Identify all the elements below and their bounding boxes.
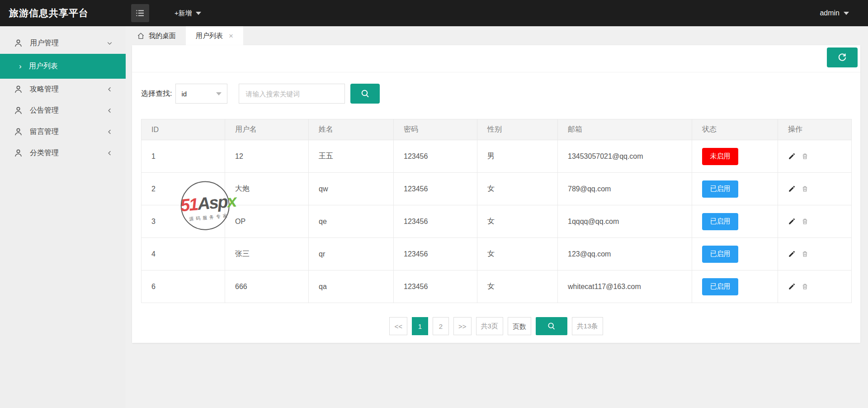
delete-button[interactable]: [801, 185, 809, 193]
edit-icon: [788, 250, 796, 258]
delete-button[interactable]: [801, 218, 809, 225]
menu-toggle-button[interactable]: [131, 4, 149, 22]
edit-button[interactable]: [788, 185, 796, 193]
edit-button[interactable]: [788, 250, 796, 258]
cell-operations: [778, 173, 852, 205]
total-pages-label: 共3页: [476, 317, 503, 335]
edit-button[interactable]: [788, 283, 796, 290]
sidebar-subitem-user-list[interactable]: ›用户列表: [0, 54, 126, 79]
status-badge[interactable]: 已启用: [702, 180, 738, 198]
status-badge[interactable]: 已启用: [702, 278, 738, 295]
page-number-input[interactable]: [508, 317, 531, 335]
pagination-page-2[interactable]: 2: [433, 317, 449, 335]
user-menu[interactable]: admin: [820, 0, 849, 26]
edit-icon: [788, 218, 796, 225]
delete-button[interactable]: [801, 283, 809, 290]
add-new-button[interactable]: +新增: [175, 0, 201, 26]
selected-field-value: id: [181, 90, 187, 98]
table-row: 6666qa123456女whitecat117@163.com已启用: [142, 270, 852, 303]
chevron-left-icon: [106, 107, 113, 114]
sidebar-item-label: 留言管理: [30, 127, 59, 137]
cell-name: qw: [309, 173, 394, 205]
arrow-right-icon: ›: [19, 62, 22, 71]
pagination: <<12>>共3页共13条: [132, 317, 860, 335]
column-header: 用户名: [225, 119, 309, 140]
cell-email: 13453057021@qq.com: [558, 140, 692, 173]
pagination-go-button[interactable]: [536, 317, 567, 335]
cell-password: 123456: [394, 173, 477, 205]
cell-operations: [778, 270, 852, 303]
sidebar-item-label: 公告管理: [30, 106, 59, 115]
cell-username: OP: [225, 205, 309, 238]
sidebar-subitem-label: 用户列表: [29, 62, 58, 71]
close-icon[interactable]: ×: [229, 32, 233, 40]
cell-operations: [778, 205, 852, 238]
table-header: ID用户名姓名密码性别邮箱状态操作: [142, 119, 852, 140]
user-icon: [14, 106, 23, 115]
pagination-page-1[interactable]: 1: [412, 317, 428, 335]
sidebar-item-4[interactable]: 分类管理: [0, 142, 126, 164]
search-field-select[interactable]: id: [175, 84, 227, 104]
column-header: 邮箱: [558, 119, 692, 140]
cell-id: 1: [142, 140, 225, 173]
search-button[interactable]: [350, 84, 380, 104]
user-icon: [14, 85, 23, 94]
refresh-icon: [837, 52, 848, 63]
column-header: 姓名: [309, 119, 394, 140]
tab-user-list[interactable]: 用户列表×: [186, 26, 243, 45]
column-header: 操作: [778, 119, 852, 140]
refresh-button[interactable]: [827, 47, 858, 67]
sidebar-item-2[interactable]: 公告管理: [0, 100, 126, 121]
cell-username: 12: [225, 140, 309, 173]
column-header: ID: [142, 119, 225, 140]
content-panel: 选择查找: id ID用户名姓名密码性别邮箱状态操作 112王五123456男1…: [132, 45, 860, 343]
sidebar-item-3[interactable]: 留言管理: [0, 121, 126, 142]
app-title: 旅游信息共享平台: [9, 0, 89, 26]
delete-button[interactable]: [801, 250, 809, 258]
user-icon: [14, 38, 23, 48]
edit-icon: [788, 152, 796, 160]
cell-operations: [778, 238, 852, 270]
cell-password: 123456: [394, 140, 477, 173]
cell-gender: 女: [477, 205, 558, 238]
chevron-left-icon: [106, 86, 113, 93]
pagination-next-button[interactable]: >>: [453, 317, 472, 335]
chevron-down-icon: [196, 12, 201, 15]
search-icon: [360, 88, 371, 99]
cell-id: 2: [142, 173, 225, 205]
delete-icon: [801, 250, 809, 258]
cell-gender: 女: [477, 238, 558, 270]
table-row: 2大炮qw123456女789@qq.com已启用: [142, 173, 852, 205]
delete-button[interactable]: [801, 152, 809, 160]
search-input[interactable]: [239, 84, 345, 104]
tab-label: 我的桌面: [149, 32, 176, 40]
status-badge[interactable]: 未启用: [702, 148, 738, 165]
sidebar-item-0[interactable]: 用户管理: [0, 33, 126, 54]
status-badge[interactable]: 已启用: [702, 213, 738, 230]
table-row: 3OPqe123456女1qqqq@qq.com已启用: [142, 205, 852, 238]
status-badge[interactable]: 已启用: [702, 246, 738, 263]
sidebar-item-1[interactable]: 攻略管理: [0, 79, 126, 100]
cell-id: 6: [142, 270, 225, 303]
list-icon: [136, 9, 145, 17]
cell-username: 大炮: [225, 173, 309, 205]
cell-name: 王五: [309, 140, 394, 173]
cell-status: 已启用: [692, 270, 778, 303]
edit-button[interactable]: [788, 218, 796, 225]
delete-icon: [801, 152, 809, 160]
main-area: 我的桌面用户列表× 选择查找: id: [126, 26, 868, 408]
cell-gender: 女: [477, 173, 558, 205]
column-header: 状态: [692, 119, 778, 140]
edit-button[interactable]: [788, 152, 796, 160]
pagination-prev-button[interactable]: <<: [389, 317, 407, 335]
table-body: 112王五123456男13453057021@qq.com未启用2大炮qw12…: [142, 140, 852, 303]
edit-icon: [788, 185, 796, 193]
username-label: admin: [820, 9, 840, 17]
cell-name: qa: [309, 270, 394, 303]
cell-password: 123456: [394, 205, 477, 238]
top-bar: 旅游信息共享平台 +新增 admin: [0, 0, 868, 26]
tab-desktop[interactable]: 我的桌面: [127, 26, 186, 45]
table-row: 112王五123456男13453057021@qq.com未启用: [142, 140, 852, 173]
delete-icon: [801, 218, 809, 225]
home-icon: [137, 32, 145, 40]
